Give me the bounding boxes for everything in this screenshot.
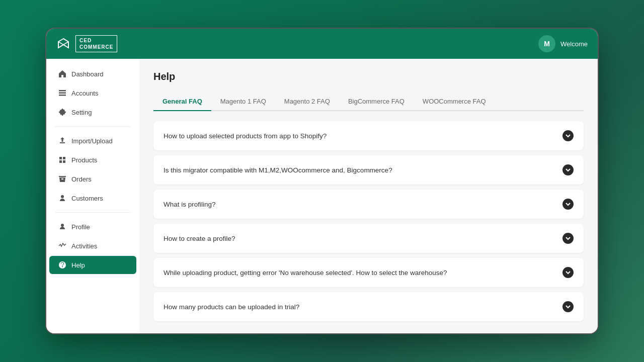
orders-icon: [58, 175, 66, 183]
svg-rect-0: [59, 90, 66, 92]
sidebar-divider-2: [55, 212, 130, 213]
sidebar-label-customers: Customers: [71, 195, 103, 202]
faq-question-5: While uploading product, getting error '…: [164, 269, 447, 277]
faq-question-2: Is this migrator compatible with M1,M2,W…: [164, 166, 392, 174]
sidebar-divider-1: [55, 126, 130, 127]
sidebar-item-profile[interactable]: Profile: [49, 218, 136, 236]
main-content: Help General FAQ Magento 1 FAQ Magento 2…: [139, 59, 598, 333]
sidebar-label-dashboard: Dashboard: [71, 70, 104, 78]
accounts-icon: [58, 89, 66, 97]
upload-icon: [58, 137, 66, 145]
svg-rect-2: [59, 95, 66, 96]
sidebar-item-customers[interactable]: Customers: [49, 189, 136, 207]
faq-item-2[interactable]: Is this migrator compatible with M1,M2,W…: [153, 155, 584, 185]
sidebar-item-import-upload[interactable]: Import/Upload: [49, 132, 136, 150]
sidebar-label-accounts: Accounts: [71, 89, 98, 97]
faq-question-4: How to create a profile?: [164, 235, 235, 242]
faq-item-3[interactable]: What is profiling?: [153, 190, 584, 219]
faq-item-6[interactable]: How many products can be uploaded in tri…: [153, 292, 584, 321]
logo-text: CED COMMERCE: [75, 35, 117, 52]
faq-chevron-6: [562, 301, 574, 312]
faq-chevron-1: [562, 130, 574, 141]
sidebar-item-accounts[interactable]: Accounts: [49, 84, 136, 102]
svg-rect-1: [59, 93, 66, 94]
tab-general-faq[interactable]: General FAQ: [153, 93, 211, 111]
faq-item-5[interactable]: While uploading product, getting error '…: [153, 258, 584, 287]
faq-question-6: How many products can be uploaded in tri…: [164, 303, 299, 311]
faq-chevron-3: [562, 199, 574, 210]
faq-chevron-5: [562, 267, 574, 278]
setting-icon: [58, 108, 66, 116]
sidebar-label-setting: Setting: [71, 109, 92, 116]
sidebar-item-dashboard[interactable]: Dashboard: [49, 65, 136, 83]
faq-list: How to upload selected products from app…: [153, 121, 584, 321]
products-icon: [58, 156, 66, 164]
sidebar-label-products: Products: [71, 156, 97, 164]
sidebar-label-orders: Orders: [71, 175, 92, 183]
main-layout: Dashboard Accounts Setting: [46, 59, 598, 333]
profile-icon: [58, 223, 66, 231]
sidebar-item-setting[interactable]: Setting: [49, 103, 136, 121]
sidebar-item-products[interactable]: Products: [49, 151, 136, 169]
activities-icon: [58, 242, 66, 250]
sidebar-label-import: Import/Upload: [71, 137, 113, 145]
faq-question-1: How to upload selected products from app…: [164, 132, 327, 140]
faq-item-4[interactable]: How to create a profile?: [153, 224, 584, 253]
faq-item-1[interactable]: How to upload selected products from app…: [153, 121, 584, 150]
faq-question-3: What is profiling?: [164, 201, 216, 208]
sidebar-item-orders[interactable]: Orders: [49, 170, 136, 188]
tab-magento2-faq[interactable]: Magento 2 FAQ: [275, 93, 339, 111]
svg-point-3: [61, 224, 64, 227]
sidebar-item-help[interactable]: Help: [49, 256, 136, 274]
faq-chevron-4: [562, 233, 574, 244]
navbar-right: M Welcome: [538, 35, 588, 52]
navbar-logo: CED COMMERCE: [56, 35, 117, 52]
page-title: Help: [153, 71, 584, 82]
sidebar-item-activities[interactable]: Activities: [49, 237, 136, 255]
customers-icon: [58, 194, 66, 202]
sidebar-label-help: Help: [71, 261, 85, 269]
avatar[interactable]: M: [538, 35, 555, 52]
brand-icon: [56, 37, 70, 51]
home-icon: [58, 70, 66, 78]
tab-bigcommerce-faq[interactable]: BigCommerce FAQ: [339, 93, 414, 111]
sidebar-label-activities: Activities: [71, 242, 97, 250]
tab-magento1-faq[interactable]: Magento 1 FAQ: [211, 93, 275, 111]
tab-woocommerce-faq[interactable]: WOOCommerce FAQ: [414, 93, 495, 111]
welcome-label: Welcome: [560, 40, 588, 48]
sidebar: Dashboard Accounts Setting: [46, 59, 139, 333]
sidebar-label-profile: Profile: [71, 223, 90, 231]
faq-chevron-2: [562, 164, 574, 175]
tabs-container: General FAQ Magento 1 FAQ Magento 2 FAQ …: [153, 93, 584, 111]
device-frame: CED COMMERCE M Welcome Dashboard: [45, 28, 599, 334]
help-icon: [58, 261, 66, 269]
navbar: CED COMMERCE M Welcome: [46, 29, 598, 59]
